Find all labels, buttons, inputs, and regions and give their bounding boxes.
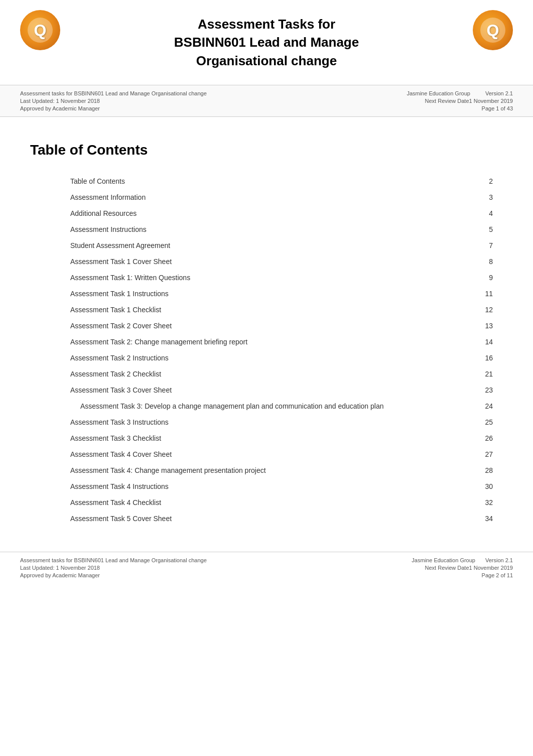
toc-item-label: Assessment Task 1 Checklist <box>70 306 478 314</box>
toc-item-page: 11 <box>478 290 493 298</box>
toc-item-label: Table of Contents <box>70 177 478 185</box>
page-header: Q Assessment Tasks for BSBINN601 Lead an… <box>0 0 533 80</box>
toc-row: Assessment Task 2: Change management bri… <box>30 334 503 350</box>
toc-item-page: 21 <box>478 370 493 378</box>
toc-item-page: 34 <box>478 515 493 523</box>
toc-item-page: 16 <box>478 354 493 362</box>
toc-item-label: Assessment Task 1: Written Questions <box>70 274 478 282</box>
title-line1: Assessment Tasks for <box>198 17 335 32</box>
toc-row: Assessment Information3 <box>30 189 503 205</box>
toc-heading: Table of Contents <box>30 142 503 158</box>
toc-row: Assessment Task 3 Cover Sheet23 <box>30 382 503 398</box>
toc-item-label: Assessment Task 2: Change management bri… <box>70 338 478 346</box>
toc-item-label: Assessment Task 1 Cover Sheet <box>70 258 478 266</box>
toc-item-page: 23 <box>478 386 493 394</box>
toc-item-page: 26 <box>478 434 493 442</box>
title-line3: Organisational change <box>196 53 337 68</box>
toc-item-label: Assessment Task 3 Cover Sheet <box>70 386 478 394</box>
toc-row: Assessment Task 1: Written Questions9 <box>30 270 503 286</box>
toc-row: Assessment Instructions5 <box>30 221 503 237</box>
info-bar-left: Assessment tasks for BSBINN601 Lead and … <box>20 90 207 111</box>
page: Q Assessment Tasks for BSBINN601 Lead an… <box>0 0 533 583</box>
approved-top: Approved by Academic Manager <box>20 105 207 111</box>
toc-item-label: Assessment Task 2 Checklist <box>70 370 478 378</box>
toc-row: Assessment Task 1 Checklist12 <box>30 302 503 318</box>
toc-row: Assessment Task 3 Instructions25 <box>30 414 503 430</box>
toc-item-page: 14 <box>478 338 493 346</box>
toc-item-label: Assessment Task 1 Instructions <box>70 290 478 298</box>
toc-row: Assessment Task 4 Instructions30 <box>30 478 503 494</box>
toc-row: Assessment Task 3 Checklist26 <box>30 430 503 446</box>
org-name-top: Jasmine Education Group <box>407 90 470 96</box>
toc-item-page: 30 <box>478 482 493 490</box>
last-updated-bottom: Last Updated: 1 November 2018 <box>20 565 207 571</box>
toc-item-page: 25 <box>478 418 493 426</box>
toc-row: Assessment Task 4: Change management pre… <box>30 462 503 478</box>
org-name-bottom: Jasmine Education Group <box>412 557 475 563</box>
toc-row: Student Assessment Agreement7 <box>30 237 503 254</box>
toc-item-page: 3 <box>478 193 493 201</box>
toc-item-label: Assessment Task 4 Checklist <box>70 498 478 507</box>
version-bottom: Version 2.1 <box>485 557 513 563</box>
title-area: Assessment Tasks for BSBINN601 Lead and … <box>30 15 503 70</box>
toc-item-page: 9 <box>478 274 493 282</box>
toc-row: Table of Contents2 <box>30 173 503 189</box>
top-info-bar: Assessment tasks for BSBINN601 Lead and … <box>0 85 533 117</box>
toc-list: Table of Contents2Assessment Information… <box>30 173 503 527</box>
toc-item-page: 27 <box>478 450 493 458</box>
logo-right: Q <box>473 10 513 50</box>
toc-item-label: Assessment Instructions <box>70 225 478 233</box>
toc-item-label: Student Assessment Agreement <box>70 241 478 249</box>
toc-item-label: Assessment Task 4 Cover Sheet <box>70 450 478 458</box>
main-title: Assessment Tasks for BSBINN601 Lead and … <box>30 15 503 70</box>
toc-row: Assessment Task 2 Cover Sheet13 <box>30 318 503 334</box>
toc-row: Assessment Task 5 Cover Sheet34 <box>30 511 503 527</box>
toc-item-label: Assessment Task 3 Instructions <box>70 418 478 426</box>
toc-item-page: 7 <box>478 241 493 249</box>
toc-item-page: 24 <box>478 402 493 410</box>
toc-item-page: 28 <box>478 466 493 474</box>
toc-item-label: Additional Resources <box>70 209 478 217</box>
bottom-info-right: Jasmine Education Group Version 2.1 Next… <box>412 557 513 578</box>
toc-item-page: 2 <box>478 177 493 185</box>
document-name-bottom: Assessment tasks for BSBINN601 Lead and … <box>20 557 207 563</box>
approved-bottom: Approved by Academic Manager <box>20 572 207 578</box>
toc-item-page: 4 <box>478 209 493 217</box>
bottom-info-left: Assessment tasks for BSBINN601 Lead and … <box>20 557 207 578</box>
toc-item-page: 8 <box>478 258 493 266</box>
page-top: Page 1 of 43 <box>407 105 513 111</box>
toc-row: Assessment Task 3: Develop a change mana… <box>30 398 503 414</box>
toc-item-page: 12 <box>478 306 493 314</box>
toc-item-label: Assessment Task 2 Instructions <box>70 354 478 362</box>
logo-left: Q <box>20 10 60 50</box>
toc-item-label: Assessment Task 3: Develop a change mana… <box>80 402 478 410</box>
toc-item-label: Assessment Task 3 Checklist <box>70 434 478 442</box>
logo-q-right: Q <box>487 21 499 40</box>
main-content: Table of Contents Table of Contents2Asse… <box>0 122 533 537</box>
toc-item-page: 32 <box>478 498 493 507</box>
toc-item-label: Assessment Information <box>70 193 478 201</box>
toc-item-label: Assessment Task 2 Cover Sheet <box>70 322 478 330</box>
info-bar-right: Jasmine Education Group Version 2.1 Next… <box>407 90 513 111</box>
document-name-top: Assessment tasks for BSBINN601 Lead and … <box>20 90 207 96</box>
logo-q-left: Q <box>34 21 47 40</box>
toc-row: Assessment Task 1 Cover Sheet8 <box>30 254 503 270</box>
bottom-info-bar: Assessment tasks for BSBINN601 Lead and … <box>0 552 533 583</box>
toc-item-label: Assessment Task 5 Cover Sheet <box>70 515 478 523</box>
toc-row: Assessment Task 4 Checklist32 <box>30 494 503 511</box>
toc-row: Additional Resources4 <box>30 205 503 221</box>
toc-row: Assessment Task 2 Checklist21 <box>30 366 503 382</box>
toc-row: Assessment Task 4 Cover Sheet27 <box>30 446 503 462</box>
last-updated-top: Last Updated: 1 November 2018 <box>20 98 207 104</box>
version-top: Version 2.1 <box>485 90 513 96</box>
toc-item-label: Assessment Task 4: Change management pre… <box>70 466 478 474</box>
toc-item-page: 13 <box>478 322 493 330</box>
page-bottom: Page 2 of 11 <box>412 572 513 578</box>
next-review-bottom: Next Review Date1 November 2019 <box>412 565 513 571</box>
toc-row: Assessment Task 2 Instructions16 <box>30 350 503 366</box>
toc-row: Assessment Task 1 Instructions11 <box>30 286 503 302</box>
toc-item-label: Assessment Task 4 Instructions <box>70 482 478 490</box>
next-review-top: Next Review Date1 November 2019 <box>407 98 513 104</box>
title-line2: BSBINN601 Lead and Manage <box>174 35 359 50</box>
toc-item-page: 5 <box>478 225 493 233</box>
